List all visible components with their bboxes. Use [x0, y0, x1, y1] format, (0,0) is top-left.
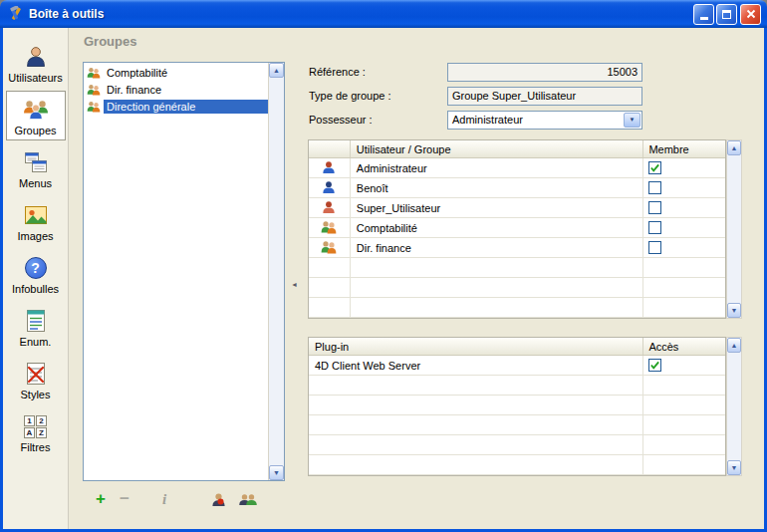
add-group-button[interactable]: + [89, 488, 113, 510]
reference-field[interactable]: 15003 [447, 63, 642, 82]
up-arrow-icon: ▲ [731, 144, 738, 151]
maximize-icon [722, 10, 731, 19]
delete-user-icon [211, 492, 226, 507]
empty-cell [351, 258, 644, 277]
scroll-down-button[interactable]: ▼ [727, 303, 741, 318]
empty-row [309, 278, 725, 298]
member-name: Dir. finance [351, 238, 644, 257]
member-checkbox[interactable] [648, 161, 661, 174]
sidebar-item-label: Enum. [7, 336, 65, 348]
toolbox-window: Boîte à outils UtilisateursGroupesMenusI… [0, 0, 767, 532]
images-icon [7, 201, 65, 229]
group-icon [87, 67, 104, 79]
transfer-users-button[interactable] [236, 488, 260, 510]
scrollbar-track[interactable] [727, 155, 741, 303]
sidebar-item-infobulles[interactable]: ?Infobulles [6, 249, 66, 299]
member-row[interactable]: Dir. finance [309, 238, 725, 258]
sidebar-item-utilisateurs[interactable]: Utilisateurs [6, 38, 66, 88]
sidebar-item-enum[interactable]: Enum. [6, 302, 66, 352]
info-button[interactable]: i [152, 488, 176, 510]
sidebar-item-images[interactable]: Images [6, 196, 66, 246]
member-row[interactable]: Administrateur [309, 158, 725, 178]
group-icon [321, 240, 337, 256]
member-checkbox-column-header[interactable]: Membre [643, 140, 725, 157]
sidebar-item-label: Infobulles [7, 283, 65, 295]
member-checkbox[interactable] [648, 221, 661, 234]
utilisateurs-icon [7, 43, 65, 71]
sidebar-item-label: Images [7, 230, 65, 242]
scroll-up-button[interactable]: ▲ [269, 63, 284, 78]
plugin-access-column-header[interactable]: Accès [643, 338, 725, 355]
scroll-up-button[interactable]: ▲ [727, 140, 741, 155]
member-row[interactable]: Comptabilité [309, 218, 725, 238]
empty-row [309, 415, 725, 435]
splitter[interactable]: ◄ [290, 62, 299, 507]
minimize-button[interactable] [693, 4, 714, 25]
sidebar-item-styles[interactable]: Styles [6, 355, 66, 404]
empty-cell [351, 278, 644, 297]
group-icon [87, 101, 104, 113]
member-checkbox[interactable] [648, 181, 661, 194]
plugin-row[interactable]: 4D Client Web Server [309, 356, 725, 376]
members-table-header: Utilisateur / Groupe Membre [309, 140, 725, 158]
sidebar-item-label: Groupes [7, 125, 65, 136]
empty-row [309, 396, 725, 415]
scrollbar-track[interactable] [727, 353, 741, 460]
user-admin-icon [322, 160, 336, 176]
user-blue-icon [322, 180, 336, 196]
group-list-item[interactable]: Dir. finance [84, 81, 268, 98]
member-checkbox[interactable] [648, 201, 661, 214]
content-area: Groupes ComptabilitéDir. financeDirectio… [69, 28, 764, 529]
reference-label: Référence : [309, 66, 447, 78]
member-name: Super_Utilisateur [351, 198, 644, 217]
member-row[interactable]: Benoît [309, 178, 725, 198]
empty-row [309, 376, 725, 396]
owner-dropdown[interactable]: Administrateur ▼ [447, 111, 642, 130]
group-name: Direction générale [104, 100, 268, 114]
empty-cell [309, 455, 643, 474]
groups-list-items: ComptabilitéDir. financeDirection généra… [84, 63, 268, 480]
group-list-item[interactable]: Comptabilité [84, 64, 268, 81]
close-button[interactable] [740, 4, 761, 25]
down-arrow-icon: ▼ [731, 464, 738, 471]
plugin-access-checkbox[interactable] [648, 359, 661, 372]
sidebar-item-groupes[interactable]: Groupes [6, 91, 66, 140]
infobulles-icon: ? [7, 254, 65, 282]
sidebar-item-filtres[interactable]: 12AZFiltres [6, 407, 66, 457]
scroll-up-button[interactable]: ▲ [727, 338, 741, 353]
member-icon-column-header[interactable] [309, 140, 351, 157]
empty-cell [309, 396, 643, 414]
empty-cell [309, 376, 643, 395]
groups-list: ComptabilitéDir. financeDirection généra… [83, 62, 285, 481]
sidebar-item-label: Menus [7, 177, 65, 189]
empty-row [309, 435, 725, 455]
scroll-down-button[interactable]: ▼ [727, 460, 741, 475]
group-list-item[interactable]: Direction générale [84, 98, 268, 115]
member-name-column-header[interactable]: Utilisateur / Groupe [351, 140, 644, 157]
maximize-button[interactable] [716, 4, 737, 25]
plus-icon: + [96, 489, 106, 509]
group-type-label: Type de groupe : [309, 90, 447, 102]
menus-icon [7, 148, 65, 176]
scrollbar-track[interactable] [269, 78, 284, 465]
title-bar[interactable]: Boîte à outils [0, 0, 767, 28]
plugins-table-rows: 4D Client Web Server [309, 356, 725, 475]
scroll-down-button[interactable]: ▼ [269, 465, 284, 480]
close-icon [746, 9, 756, 19]
sidebar-item-label: Styles [7, 389, 65, 400]
member-name: Administrateur [351, 158, 644, 177]
member-checkbox[interactable] [648, 241, 661, 254]
user-red-icon [322, 200, 336, 216]
sidebar: UtilisateursGroupesMenusImages?Infobulle… [3, 28, 69, 529]
group-type-field[interactable]: Groupe Super_Utilisateur [447, 87, 642, 106]
member-row[interactable]: Super_Utilisateur [309, 198, 725, 218]
remove-group-button[interactable]: − [113, 488, 136, 510]
empty-row [309, 258, 725, 278]
owner-label: Possesseur : [309, 114, 447, 126]
chevron-down-icon: ▼ [630, 117, 636, 123]
delete-user-button[interactable] [206, 488, 230, 510]
down-arrow-icon: ▼ [273, 469, 280, 476]
sidebar-item-menus[interactable]: Menus [6, 143, 66, 193]
plugin-name-column-header[interactable]: Plug-in [309, 338, 643, 355]
dropdown-button[interactable]: ▼ [624, 113, 640, 128]
